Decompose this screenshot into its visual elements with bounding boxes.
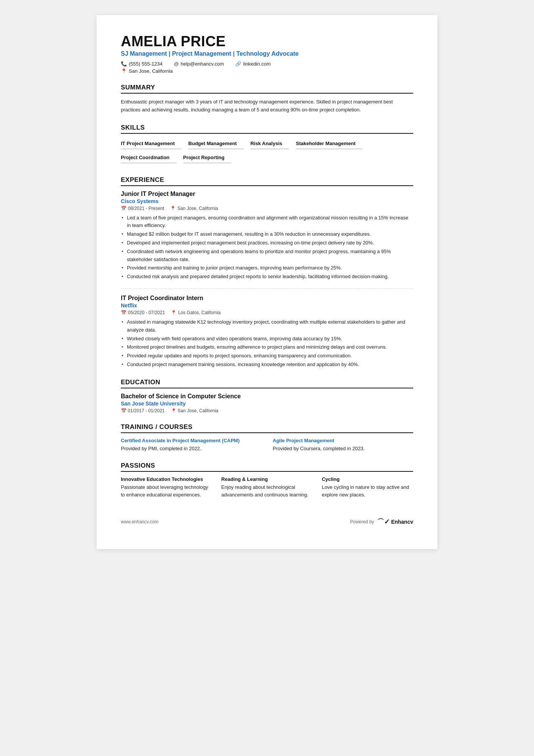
- job-entry: IT Project Coordinator InternNetflix 📅 0…: [121, 295, 413, 369]
- education-section: EDUCATION Bachelor of Science in Compute…: [121, 379, 413, 413]
- company-name: Netflix: [121, 302, 413, 308]
- enhancv-logo: ⌒✓ Enhancv: [377, 517, 413, 526]
- passion-item-title: Cycling: [322, 476, 413, 482]
- job-location: 📍 San Jose, California: [170, 206, 218, 211]
- training-item-desc: Provided by Coursera, completed in 2023.: [273, 445, 413, 452]
- email-address: help@enhancv.com: [181, 61, 224, 67]
- education-title: EDUCATION: [121, 379, 413, 388]
- skill-item: Risk Analysis: [250, 138, 289, 149]
- bullet-item: Provided regular updates and reports to …: [121, 352, 413, 360]
- calendar-icon: 📅: [121, 408, 126, 413]
- edu-location-icon: 📍: [171, 408, 176, 413]
- skills-title: SKILLS: [121, 124, 413, 134]
- bullet-item: Conducted project management training se…: [121, 361, 413, 369]
- training-item-title: Certified Associate in Project Managemen…: [121, 438, 261, 443]
- summary-section: SUMMARY Enthusiastic project manager wit…: [121, 84, 413, 114]
- job-bullets: Assisted in managing statewide K12 techn…: [121, 318, 413, 369]
- bullet-item: Coordinated with network engineering and…: [121, 248, 413, 264]
- job-meta: 📅 05/2020 - 07/2021 📍 Los Gatos, Califor…: [121, 310, 413, 315]
- passions-title: PASSIONS: [121, 462, 413, 472]
- summary-title: SUMMARY: [121, 84, 413, 94]
- linkedin-contact: 🔗 linkedin.com: [235, 61, 270, 67]
- passion-item: Reading & Learning Enjoy reading about t…: [221, 476, 312, 498]
- candidate-title: SJ Management | Project Management | Tec…: [121, 50, 413, 57]
- location-icon: 📍: [121, 68, 127, 74]
- skill-item: Project Reporting: [183, 152, 231, 163]
- edu-location: 📍 San Jose, California: [171, 408, 219, 413]
- experience-section: EXPERIENCE Junior IT Project ManagerCisc…: [121, 176, 413, 369]
- passion-item: Innovative Education Technologies Passio…: [121, 476, 212, 498]
- bullet-item: Monitored project timelines and budgets,…: [121, 343, 413, 351]
- job-meta: 📅 08/2021 - Present 📍 San Jose, Californ…: [121, 206, 413, 211]
- jobs-container: Junior IT Project ManagerCisco Systems 📅…: [121, 191, 413, 369]
- bullet-item: Managed $2 million budget for IT asset m…: [121, 230, 413, 238]
- skill-item: Stakeholder Management: [296, 138, 362, 149]
- location-icon: 📍: [170, 206, 176, 211]
- bullet-item: Developed and implemented project manage…: [121, 239, 413, 247]
- job-divider: [121, 288, 413, 289]
- footer: www.enhancv.com Powered by ⌒✓ Enhancv: [121, 517, 413, 526]
- passion-item-desc: Enjoy reading about technological advanc…: [221, 484, 312, 498]
- calendar-icon: 📅: [121, 206, 126, 211]
- passion-item-desc: Love cycling in nature to stay active an…: [322, 484, 413, 498]
- bullet-item: Provided mentorship and training to juni…: [121, 264, 413, 272]
- passion-item: Cycling Love cycling in nature to stay a…: [322, 476, 413, 498]
- school-name: San Jose State University: [121, 401, 413, 407]
- training-item: Certified Associate in Project Managemen…: [121, 438, 261, 452]
- phone-contact: 📞 (555) 555-1234: [121, 61, 162, 67]
- experience-title: EXPERIENCE: [121, 176, 413, 186]
- resume-container: AMELIA PRICE SJ Management | Project Man…: [97, 15, 437, 549]
- location-contact: 📍 San Jose, California: [121, 68, 173, 74]
- edu-meta: 📅 01/2017 - 01/2021 📍 San Jose, Californ…: [121, 408, 413, 413]
- job-dates: 📅 05/2020 - 07/2021: [121, 310, 165, 315]
- calendar-icon: 📅: [121, 310, 126, 315]
- job-bullets: Led a team of five project managers, ens…: [121, 214, 413, 281]
- training-title: TRAINING / COURSES: [121, 423, 413, 433]
- phone-icon: 📞: [121, 61, 127, 67]
- skill-item: IT Project Management: [121, 138, 181, 149]
- location-row: 📍 San Jose, California: [121, 68, 413, 74]
- candidate-name: AMELIA PRICE: [121, 33, 413, 50]
- link-icon: 🔗: [235, 61, 241, 67]
- skill-item: Project Coordination: [121, 152, 176, 163]
- phone-number: (555) 555-1234: [129, 61, 162, 67]
- passion-item-title: Reading & Learning: [221, 476, 312, 482]
- skills-grid: IT Project ManagementBudget ManagementRi…: [121, 138, 413, 166]
- skill-item: Budget Management: [188, 138, 244, 149]
- brand-name: Enhancv: [391, 519, 413, 525]
- training-section: TRAINING / COURSES Certified Associate i…: [121, 423, 413, 452]
- training-item: Agile Project Management Provided by Cou…: [273, 438, 413, 452]
- email-icon: @: [174, 61, 179, 67]
- linkedin-url: linkedin.com: [243, 61, 270, 67]
- passion-item-desc: Passionate about leveraging technology t…: [121, 484, 212, 498]
- job-title: Junior IT Project Manager: [121, 191, 413, 197]
- location-icon: 📍: [171, 310, 176, 315]
- header: AMELIA PRICE SJ Management | Project Man…: [121, 33, 413, 74]
- edu-dates: 📅 01/2017 - 01/2021: [121, 408, 165, 413]
- passions-section: PASSIONS Innovative Education Technologi…: [121, 462, 413, 498]
- bullet-item: Conducted risk analysis and prepared det…: [121, 273, 413, 281]
- email-contact: @ help@enhancv.com: [174, 61, 224, 67]
- job-title: IT Project Coordinator Intern: [121, 295, 413, 302]
- bullet-item: Worked closely with field operations and…: [121, 335, 413, 343]
- company-name: Cisco Systems: [121, 198, 413, 204]
- bullet-item: Assisted in managing statewide K12 techn…: [121, 318, 413, 334]
- training-grid: Certified Associate in Project Managemen…: [121, 438, 413, 452]
- summary-text: Enthusiastic project manager with 3 year…: [121, 98, 413, 114]
- degree-title: Bachelor of Science in Computer Science: [121, 393, 413, 400]
- skills-section: SKILLS IT Project ManagementBudget Manag…: [121, 124, 413, 166]
- bullet-item: Led a team of five project managers, ens…: [121, 214, 413, 230]
- footer-brand: Powered by ⌒✓ Enhancv: [350, 517, 413, 526]
- job-location: 📍 Los Gatos, California: [171, 310, 220, 315]
- powered-by-text: Powered by: [350, 519, 374, 524]
- contact-row: 📞 (555) 555-1234 @ help@enhancv.com 🔗 li…: [121, 61, 413, 67]
- training-item-desc: Provided by PMI, completed in 2022.: [121, 445, 261, 452]
- passions-grid: Innovative Education Technologies Passio…: [121, 476, 413, 498]
- logo-icon: ⌒✓: [377, 517, 390, 526]
- location-text: San Jose, California: [129, 68, 173, 74]
- job-dates: 📅 08/2021 - Present: [121, 206, 164, 211]
- job-entry: Junior IT Project ManagerCisco Systems 📅…: [121, 191, 413, 281]
- footer-website: www.enhancv.com: [121, 519, 158, 524]
- training-item-title: Agile Project Management: [273, 438, 413, 443]
- passion-item-title: Innovative Education Technologies: [121, 476, 212, 482]
